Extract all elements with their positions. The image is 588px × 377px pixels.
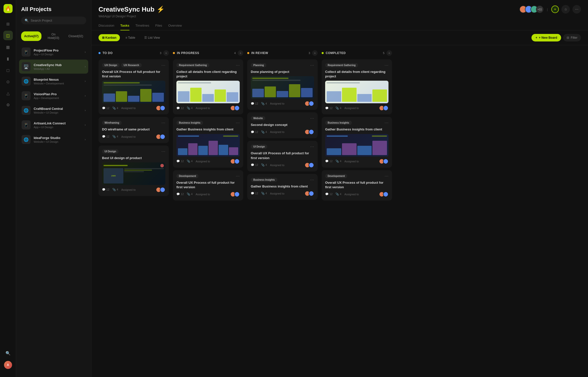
card-menu-button[interactable]: ⋯: [384, 63, 388, 68]
add-member-button[interactable]: +: [551, 6, 559, 13]
assigned-label: Assigned to: [270, 130, 284, 133]
avatar: [234, 159, 240, 164]
tab-overview[interactable]: Overview: [168, 21, 182, 30]
folder-icon[interactable]: ◫: [3, 31, 13, 40]
add-card-button[interactable]: +: [238, 50, 243, 56]
project-item-active[interactable]: 🖥️ CreativeSync Hub WebApp • All ›: [19, 60, 88, 74]
column-title: TO DO: [103, 51, 158, 55]
project-icon: 🌐: [22, 77, 31, 86]
grid-icon[interactable]: ⊞: [3, 19, 13, 29]
chart-icon[interactable]: ▮: [3, 54, 13, 63]
assigned-avatars: [156, 187, 165, 193]
assigned-avatars: [305, 101, 314, 106]
tab-files[interactable]: Files: [155, 21, 162, 30]
search-input[interactable]: [31, 19, 83, 22]
card-menu-button[interactable]: ⋯: [236, 120, 240, 125]
project-item[interactable]: 📱 ArtisanLink Connect App • UI Design ›: [19, 118, 88, 132]
attachment-count: 📎 4: [187, 160, 192, 163]
chevron-right-icon: ›: [85, 94, 86, 98]
card: Business Insights ⋯ Gather Business insi…: [247, 174, 318, 200]
main-header: CreativeSync Hub ⚡ +11 | + ☆ ⋯ WebApp/ U…: [91, 0, 588, 30]
filter-closed[interactable]: Closed(02): [65, 31, 86, 41]
add-card-button[interactable]: +: [386, 50, 392, 56]
card-menu-button[interactable]: ⋯: [310, 144, 314, 149]
tab-tasks[interactable]: Tasks: [120, 21, 129, 30]
status-dot: [247, 52, 249, 54]
column-title: COMPLETED: [326, 51, 381, 55]
comment-count: 💬 12: [251, 163, 258, 167]
tag: UX Research: [121, 63, 142, 67]
card-menu-button[interactable]: ⋯: [161, 149, 165, 154]
card-menu-button[interactable]: ⋯: [310, 63, 314, 68]
assigned-avatars: [156, 134, 165, 139]
user-avatar[interactable]: A: [4, 361, 12, 369]
star-button[interactable]: ☆: [561, 5, 570, 14]
tab-discussion[interactable]: Discussion: [99, 21, 114, 30]
project-item[interactable]: 🌐 IdeaForge Studio Website • UI Design ›: [19, 132, 88, 147]
card-menu-button[interactable]: ⋯: [236, 63, 240, 68]
column-count: 3: [160, 52, 161, 55]
card-menu-button[interactable]: ⋯: [161, 120, 165, 125]
card-menu-button[interactable]: ⋯: [310, 116, 314, 121]
add-card-button[interactable]: +: [312, 50, 318, 56]
tag: UI Design: [102, 149, 119, 154]
card: Planning ⋯ Done planning of project: [247, 59, 318, 110]
filter-onhold[interactable]: On Hold(03): [43, 31, 63, 41]
project-icon: 📱: [22, 91, 31, 100]
chat-icon[interactable]: ◻: [3, 65, 13, 75]
sidebar-title: All Projects: [21, 6, 86, 13]
tag: Business Insights: [176, 121, 203, 125]
card-title: Overall UX Process of full product for f…: [251, 151, 314, 160]
card-tags: Planning ⋯: [251, 63, 314, 68]
assigned-label: Assigned to: [344, 160, 359, 163]
card-menu-button[interactable]: ⋯: [384, 174, 388, 178]
column-header-inreview: IN REVIEW 3 +: [247, 49, 318, 57]
column-title: IN PROGRESS: [177, 51, 232, 55]
card-menu-button[interactable]: ⋯: [236, 174, 240, 178]
list-view-button[interactable]: ☰ List View: [141, 34, 163, 41]
card-tags: UX Design UX Research ⋯: [102, 63, 165, 68]
card-title: Overall UX Process of full product for f…: [325, 180, 388, 190]
filter-button[interactable]: ⊟ Filter: [563, 34, 581, 41]
table-view-button[interactable]: ≡ Table: [122, 34, 139, 41]
filter-active[interactable]: Active(07): [21, 31, 41, 41]
project-icon: 🌐: [22, 135, 31, 144]
project-meta: App • Developement: [34, 97, 82, 100]
chevron-right-icon: ›: [85, 109, 86, 112]
bell-icon[interactable]: △: [3, 88, 13, 98]
project-list: 📱 ProjectFlow Pro App • UI Design › 🖥️ C…: [16, 44, 91, 377]
column-title: IN REVIEW: [251, 51, 307, 55]
assigned-label: Assigned to: [195, 160, 210, 163]
avatar: [309, 129, 314, 135]
card-footer: 💬 12 📎 4 Assigned to: [251, 101, 314, 106]
search-box[interactable]: 🔍: [21, 17, 86, 24]
settings-icon[interactable]: ⚙: [3, 100, 13, 110]
kanban-view-button[interactable]: ⊞ Kanban: [99, 34, 120, 41]
project-item[interactable]: 🌐 CraftBoard Central Website • UI Design…: [19, 103, 88, 117]
calendar-icon[interactable]: ▦: [3, 42, 13, 52]
comment-count: 💬 12: [176, 160, 184, 163]
project-item[interactable]: 📱 VisionPlan Pro App • Developement ›: [19, 89, 88, 103]
comment-count: 💬 12: [176, 193, 184, 196]
add-card-button[interactable]: +: [163, 50, 169, 56]
attachment-count: 📎 4: [261, 102, 267, 105]
attachment-count: 📎 4: [335, 160, 341, 163]
avatar-count: +11: [536, 6, 544, 13]
card-menu-button[interactable]: ⋯: [161, 63, 165, 68]
assigned-avatars: [230, 192, 240, 197]
tab-timelines[interactable]: Timelines: [135, 21, 149, 30]
attachment-count: 📎 4: [335, 107, 341, 110]
card-tags: Wireframing ⋯: [102, 120, 165, 125]
project-item[interactable]: 🌐 Blueprint Nexus Website • Developement…: [19, 74, 88, 88]
search-icon[interactable]: 🔍: [3, 348, 13, 358]
card-title: DO wireframe of same product: [102, 127, 165, 132]
more-options-button[interactable]: ⋯: [572, 5, 581, 14]
assigned-avatars: [379, 159, 388, 164]
people-icon[interactable]: ⊙: [3, 77, 13, 86]
project-item[interactable]: 📱 ProjectFlow Pro App • UI Design ›: [19, 45, 88, 59]
new-board-button[interactable]: + + New Board: [531, 34, 561, 41]
chevron-right-icon: ›: [85, 79, 86, 83]
card-menu-button[interactable]: ⋯: [310, 177, 314, 182]
card-menu-button[interactable]: ⋯: [384, 120, 388, 125]
attachment-count: 📎 4: [261, 163, 267, 167]
